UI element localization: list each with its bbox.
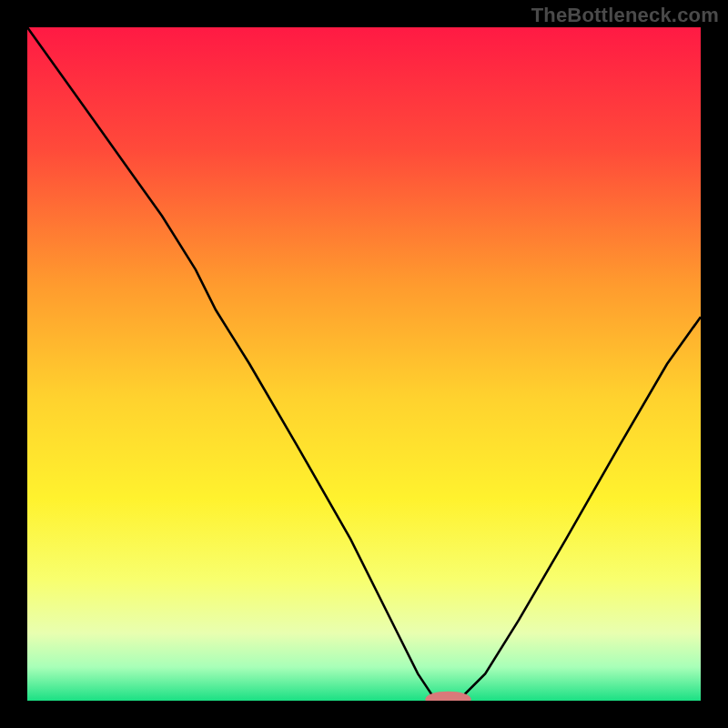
- watermark-text: TheBottleneck.com: [531, 4, 719, 27]
- chart-frame: TheBottleneck.com: [0, 0, 728, 728]
- bottleneck-chart: [27, 27, 701, 701]
- plot-background: [27, 27, 701, 701]
